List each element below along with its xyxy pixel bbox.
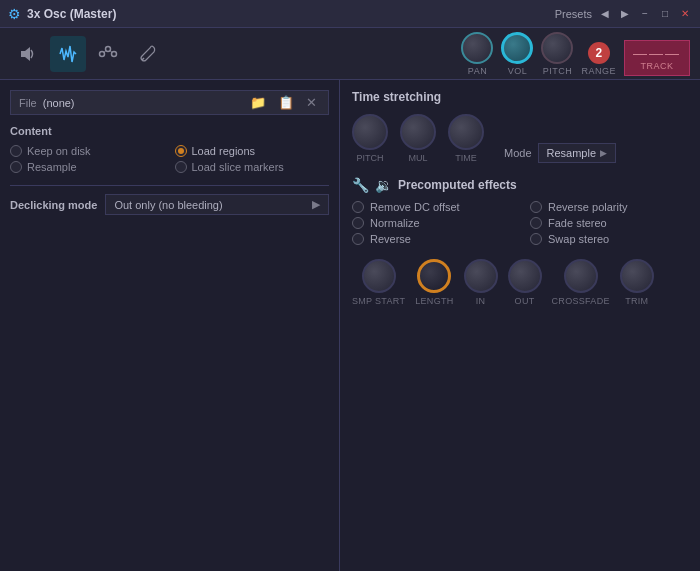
content-section-title: Content <box>10 125 329 137</box>
out-group: OUT <box>508 259 542 306</box>
keep-on-disk-option[interactable]: Keep on disk <box>10 145 165 157</box>
resample-radio[interactable] <box>10 161 22 173</box>
length-group: LENGTH <box>415 259 453 306</box>
ts-mul-knob[interactable] <box>400 114 436 150</box>
ts-mode-dropdown[interactable]: Resample ▶ <box>538 143 617 163</box>
range-label: RANGE <box>581 66 616 76</box>
file-value: (none) <box>43 97 241 109</box>
toolbar-knobs: PAN VOL PITCH 2 RANGE ——— TRACK <box>461 32 690 76</box>
ts-mode-group: Mode Resample ▶ <box>504 143 616 163</box>
crossfade-label: CROSSFADE <box>552 296 610 306</box>
load-regions-radio[interactable] <box>175 145 187 157</box>
speaker-tool-button[interactable] <box>10 36 46 72</box>
smp-start-label: SMP START <box>352 296 405 306</box>
crossfade-knob[interactable] <box>564 259 598 293</box>
nodes-icon <box>98 44 118 64</box>
title-right: Presets ◀ ▶ − □ ✕ <box>555 7 692 21</box>
separator <box>10 185 329 186</box>
toolbar-tools <box>10 36 166 72</box>
fade-stereo-option[interactable]: Fade stereo <box>530 217 688 229</box>
track-label: TRACK <box>640 61 673 71</box>
minimize-button[interactable]: − <box>638 7 652 21</box>
next-preset-button[interactable]: ▶ <box>618 7 632 20</box>
ts-time-group: TIME <box>448 114 484 163</box>
ts-controls: PITCH MUL TIME Mode Resample ▶ <box>352 114 688 163</box>
fade-stereo-radio[interactable] <box>530 217 542 229</box>
declicking-dropdown[interactable]: Out only (no bleeding) ▶ <box>105 194 329 215</box>
keep-on-disk-label: Keep on disk <box>27 145 91 157</box>
normalize-label: Normalize <box>370 217 420 229</box>
in-knob[interactable] <box>464 259 498 293</box>
track-button[interactable]: ——— TRACK <box>624 40 690 76</box>
pan-label: PAN <box>468 66 487 76</box>
normalize-radio[interactable] <box>352 217 364 229</box>
length-knob[interactable] <box>417 259 451 293</box>
nodes-tool-button[interactable] <box>90 36 126 72</box>
out-knob[interactable] <box>508 259 542 293</box>
maximize-button[interactable]: □ <box>658 7 672 21</box>
resample-label: Resample <box>27 161 77 173</box>
right-panel: Time stretching PITCH MUL TIME Mode <box>340 80 700 571</box>
wrench-precomp-icon: 🔧 <box>352 177 369 193</box>
pan-knob-group: PAN <box>461 32 493 76</box>
svg-point-1 <box>100 51 105 56</box>
main-content: File (none) 📁 📋 ✕ Content Keep on disk L… <box>0 80 700 571</box>
close-button[interactable]: ✕ <box>678 7 692 21</box>
trim-label: TRIM <box>625 296 648 306</box>
ts-time-knob[interactable] <box>448 114 484 150</box>
pitch-knob[interactable] <box>541 32 573 64</box>
wrench-tool-button[interactable] <box>130 36 166 72</box>
crossfade-group: CROSSFADE <box>552 259 610 306</box>
swap-stereo-radio[interactable] <box>530 233 542 245</box>
load-slice-markers-radio[interactable] <box>175 161 187 173</box>
load-regions-option[interactable]: Load regions <box>175 145 330 157</box>
declicking-label: Declicking mode <box>10 199 97 211</box>
declicking-value-text: Out only (no bleeding) <box>114 199 222 211</box>
file-label: File <box>19 97 37 109</box>
keep-on-disk-radio[interactable] <box>10 145 22 157</box>
ts-time-label: TIME <box>455 153 477 163</box>
file-close-button[interactable]: ✕ <box>303 95 320 110</box>
load-slice-markers-option[interactable]: Load slice markers <box>175 161 330 173</box>
prev-preset-button[interactable]: ◀ <box>598 7 612 20</box>
trim-knob[interactable] <box>620 259 654 293</box>
reverse-option[interactable]: Reverse <box>352 233 510 245</box>
reverse-radio[interactable] <box>352 233 364 245</box>
presets-label: Presets <box>555 8 592 20</box>
svg-line-6 <box>142 58 144 60</box>
reverse-label: Reverse <box>370 233 411 245</box>
svg-point-2 <box>106 46 111 51</box>
file-row: File (none) 📁 📋 ✕ <box>10 90 329 115</box>
pan-knob[interactable] <box>461 32 493 64</box>
remove-dc-offset-label: Remove DC offset <box>370 201 460 213</box>
svg-line-5 <box>110 50 112 53</box>
swap-stereo-option[interactable]: Swap stereo <box>530 233 688 245</box>
range-badge[interactable]: 2 <box>588 42 610 64</box>
pitch-label: PITCH <box>543 66 573 76</box>
reverse-polarity-option[interactable]: Reverse polarity <box>530 201 688 213</box>
smp-start-knob[interactable] <box>362 259 396 293</box>
ts-pitch-knob[interactable] <box>352 114 388 150</box>
pitch-knob-group: PITCH <box>541 32 573 76</box>
in-group: IN <box>464 259 498 306</box>
toolbar: PAN VOL PITCH 2 RANGE ——— TRACK <box>0 28 700 80</box>
wrench-icon <box>138 44 158 64</box>
length-label: LENGTH <box>415 296 453 306</box>
content-radio-group: Keep on disk Load regions Resample Load … <box>10 145 329 173</box>
speaker-icon <box>18 44 38 64</box>
file-save-button[interactable]: 📋 <box>275 95 297 110</box>
file-open-button[interactable]: 📁 <box>247 95 269 110</box>
remove-dc-offset-radio[interactable] <box>352 201 364 213</box>
trim-group: TRIM <box>620 259 654 306</box>
normalize-option[interactable]: Normalize <box>352 217 510 229</box>
time-stretching-title: Time stretching <box>352 90 688 104</box>
ts-mul-label: MUL <box>408 153 427 163</box>
waveform-tool-button[interactable] <box>50 36 86 72</box>
vol-knob[interactable] <box>501 32 533 64</box>
ts-mode-arrow-icon: ▶ <box>600 148 607 158</box>
reverse-polarity-radio[interactable] <box>530 201 542 213</box>
ts-pitch-group: PITCH <box>352 114 388 163</box>
remove-dc-offset-option[interactable]: Remove DC offset <box>352 201 510 213</box>
bottom-knobs: SMP START LENGTH IN OUT CROSSFADE TRIM <box>352 259 688 306</box>
resample-option[interactable]: Resample <box>10 161 165 173</box>
